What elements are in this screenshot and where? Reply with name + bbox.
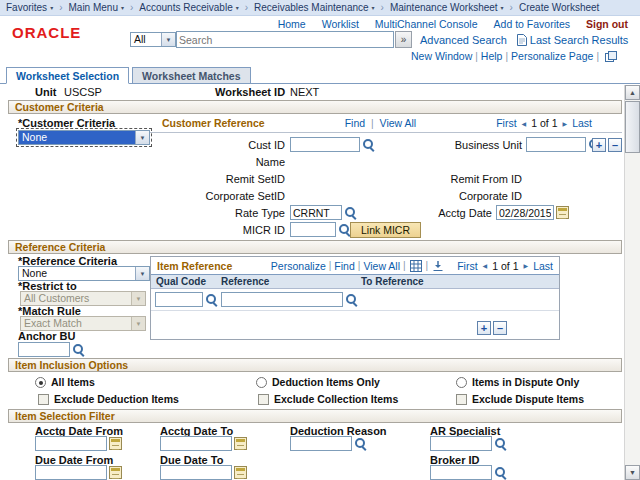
key-row: Unit USCSP Worksheet ID NEXT bbox=[8, 84, 622, 100]
next-page-icon[interactable]: ▶ bbox=[563, 120, 568, 127]
item-inclusion-section: All Items Deduction Items Only Items in … bbox=[8, 372, 622, 409]
calendar-icon[interactable] bbox=[556, 206, 569, 219]
field-row: Remit SetID Remit From ID bbox=[150, 171, 622, 188]
deduction-items-only-radio[interactable] bbox=[256, 377, 267, 388]
row-buttons: + – bbox=[592, 138, 622, 152]
personalize-link[interactable]: Personalize bbox=[271, 260, 326, 272]
breadcrumb-item-receivables-maintenance[interactable]: Receivables Maintenance▾ bbox=[254, 2, 375, 13]
acctg-date-from-input[interactable] bbox=[35, 436, 107, 451]
find-link[interactable]: Find bbox=[345, 117, 365, 129]
qual-code-lookup-icon[interactable] bbox=[205, 293, 218, 306]
search-input[interactable] bbox=[176, 31, 394, 48]
sign-out-link[interactable]: Sign out bbox=[586, 18, 628, 30]
last-page-link[interactable]: Last bbox=[533, 260, 553, 272]
deduction-reason-input[interactable] bbox=[290, 436, 352, 451]
calendar-icon[interactable] bbox=[109, 437, 122, 450]
breadcrumb-separator: › bbox=[130, 2, 133, 13]
page-tabs: Worksheet Selection Worksheet Matches bbox=[0, 64, 640, 84]
breadcrumb-item-accounts-receivable[interactable]: Accounts Receivable▾ bbox=[139, 2, 238, 13]
find-link[interactable]: Find bbox=[334, 260, 354, 272]
match-rule-select: Exact Match ▼ bbox=[20, 316, 146, 331]
next-page-icon[interactable]: ▶ bbox=[524, 262, 529, 269]
add-row-button[interactable]: + bbox=[592, 138, 606, 152]
due-date-from-input[interactable] bbox=[35, 465, 107, 480]
restrict-to-select: All Customers ▼ bbox=[20, 291, 146, 306]
page-indicator: 1 of 1 bbox=[531, 117, 557, 129]
home-link[interactable]: Home bbox=[278, 18, 306, 30]
breadcrumb-label: Favorites bbox=[6, 2, 47, 13]
pager: First ◀ 1 of 1 ▶ Last bbox=[496, 117, 592, 129]
delete-row-button[interactable]: – bbox=[493, 321, 507, 335]
first-page-link[interactable]: First bbox=[496, 117, 516, 129]
corporate-id-label: Corporate ID bbox=[430, 190, 522, 202]
view-all-link[interactable]: View All bbox=[363, 260, 400, 272]
delete-row-button[interactable]: – bbox=[608, 138, 622, 152]
new-window-link[interactable]: New Window bbox=[411, 50, 472, 62]
download-icon[interactable] bbox=[432, 260, 444, 272]
add-to-favorites-link[interactable]: Add to Favorites bbox=[494, 18, 570, 30]
cust-id-input[interactable] bbox=[290, 137, 360, 152]
anchor-bu-lookup-icon[interactable] bbox=[72, 343, 85, 356]
anchor-bu-input[interactable] bbox=[18, 342, 70, 357]
ar-specialist-input[interactable] bbox=[430, 436, 492, 451]
advanced-search-link[interactable]: Advanced Search bbox=[420, 34, 507, 46]
copy-page-icon[interactable] bbox=[605, 51, 617, 62]
tab-worksheet-matches[interactable]: Worksheet Matches bbox=[132, 67, 250, 84]
exclude-collection-items-checkbox[interactable] bbox=[258, 394, 269, 405]
search-go-button[interactable]: » bbox=[395, 31, 412, 48]
item-reference-title: Item Reference bbox=[157, 260, 232, 272]
scroll-down-button[interactable]: ▼ bbox=[625, 465, 640, 480]
calendar-icon[interactable] bbox=[234, 466, 247, 479]
item-reference-grid: Item Reference Personalize | Find | View… bbox=[150, 256, 560, 340]
reference-lookup-icon[interactable] bbox=[345, 293, 358, 306]
items-in-dispute-only-radio[interactable] bbox=[456, 377, 467, 388]
multichannel-console-link[interactable]: MultiChannel Console bbox=[375, 18, 478, 30]
grid-view-icon[interactable] bbox=[410, 260, 422, 272]
previous-page-icon[interactable]: ◀ bbox=[522, 120, 527, 127]
page-action-bar: New Window | Help | Personalize Page | bbox=[0, 48, 640, 64]
customer-criteria-select[interactable]: None ▼ bbox=[18, 130, 150, 145]
acctg-date-input[interactable] bbox=[496, 205, 554, 220]
cust-id-lookup-icon[interactable] bbox=[362, 138, 375, 151]
deduction-reason-lookup-icon[interactable] bbox=[354, 437, 367, 450]
last-search-results-link[interactable]: Last Search Results bbox=[530, 34, 628, 46]
broker-id-input[interactable] bbox=[430, 465, 492, 480]
reference-input[interactable] bbox=[221, 292, 343, 307]
help-link[interactable]: Help bbox=[481, 50, 503, 62]
calendar-icon[interactable] bbox=[109, 466, 122, 479]
scrollbar-thumb[interactable] bbox=[625, 101, 640, 153]
search-scope-select[interactable]: All ▼ bbox=[130, 32, 176, 47]
tab-worksheet-selection[interactable]: Worksheet Selection bbox=[6, 67, 129, 84]
qual-code-input[interactable] bbox=[155, 292, 203, 307]
breadcrumb-item-maintenance-worksheet[interactable]: Maintenance Worksheet▾ bbox=[390, 2, 504, 13]
view-all-link[interactable]: View All bbox=[380, 117, 417, 129]
calendar-icon[interactable] bbox=[234, 437, 247, 450]
due-date-to-input[interactable] bbox=[160, 465, 232, 480]
last-page-link[interactable]: Last bbox=[572, 117, 592, 129]
exclude-deduction-items-checkbox[interactable] bbox=[38, 394, 49, 405]
previous-page-icon[interactable]: ◀ bbox=[483, 262, 488, 269]
broker-id-lookup-icon[interactable] bbox=[494, 466, 507, 479]
personalize-page-link[interactable]: Personalize Page bbox=[511, 50, 593, 62]
field-row: Cust ID Business Unit + – bbox=[150, 137, 622, 154]
breadcrumb-item-create-worksheet[interactable]: Create Worksheet bbox=[519, 2, 599, 13]
add-row-button[interactable]: + bbox=[477, 321, 491, 335]
reference-criteria-select[interactable]: None ▼ bbox=[18, 266, 150, 281]
chevron-down-icon: ▾ bbox=[50, 4, 53, 11]
all-items-radio[interactable] bbox=[35, 377, 46, 388]
vertical-scrollbar[interactable]: ▲ ▼ bbox=[624, 85, 640, 480]
business-unit-input[interactable] bbox=[526, 137, 586, 152]
worklist-link[interactable]: Worklist bbox=[322, 18, 359, 30]
exclude-dispute-items-checkbox[interactable] bbox=[456, 394, 467, 405]
first-page-link[interactable]: First bbox=[457, 260, 477, 272]
link-micr-button[interactable]: Link MICR bbox=[350, 222, 421, 238]
rate-type-lookup-icon[interactable] bbox=[344, 206, 357, 219]
breadcrumb-item-favorites[interactable]: Favorites▾ bbox=[6, 2, 53, 13]
breadcrumb-item-main-menu[interactable]: Main Menu▾ bbox=[68, 2, 123, 13]
micr-id-input[interactable] bbox=[290, 222, 336, 237]
ar-specialist-lookup-icon[interactable] bbox=[494, 437, 507, 450]
scroll-up-button[interactable]: ▲ bbox=[625, 85, 640, 100]
acctg-date-to-input[interactable] bbox=[160, 436, 232, 451]
rate-type-input[interactable] bbox=[290, 205, 342, 220]
chevron-down-icon: ▾ bbox=[236, 4, 239, 11]
